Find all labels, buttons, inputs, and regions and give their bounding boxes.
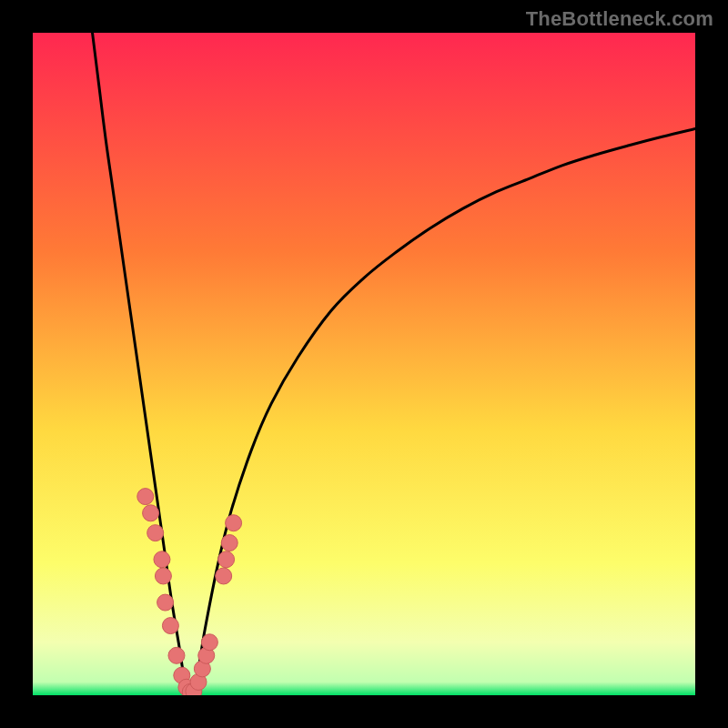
data-marker <box>168 647 185 663</box>
data-marker <box>137 489 154 505</box>
data-marker <box>154 551 170 568</box>
data-marker <box>162 618 178 634</box>
chart-svg <box>33 33 695 695</box>
data-marker <box>226 515 242 531</box>
data-marker <box>147 525 164 541</box>
plot-area <box>33 33 695 695</box>
data-marker <box>221 535 238 551</box>
chart-frame: TheBottleneck.com <box>0 0 728 728</box>
data-marker <box>157 594 174 611</box>
data-marker <box>143 505 159 521</box>
data-marker <box>201 634 217 651</box>
data-marker <box>155 568 171 584</box>
data-marker <box>216 568 232 584</box>
data-marker <box>218 551 235 568</box>
gradient-background <box>33 33 695 695</box>
watermark-text: TheBottleneck.com <box>526 7 713 31</box>
